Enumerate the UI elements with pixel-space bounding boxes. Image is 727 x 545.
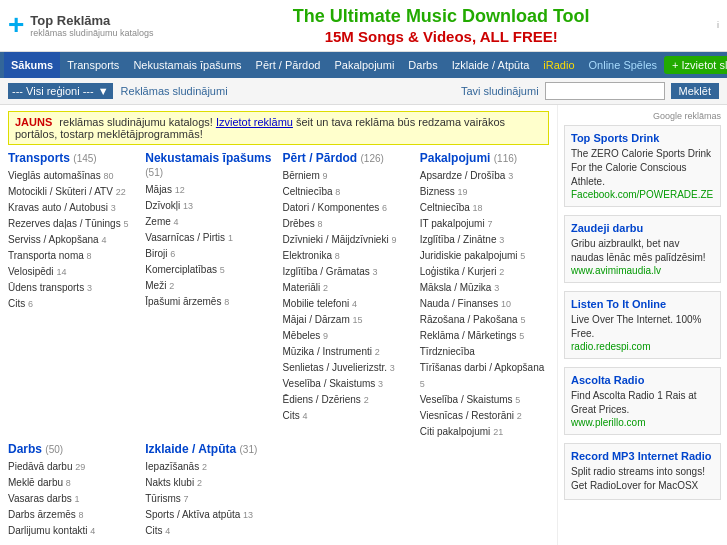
cat-item[interactable]: Viesnīcas / Restorāni 2 xyxy=(420,408,549,424)
cat-item[interactable]: Sports / Aktīva atpūta 13 xyxy=(145,507,274,523)
cat-item[interactable]: Biroji 6 xyxy=(145,246,274,262)
logo-name: Top Reklāma xyxy=(30,13,153,28)
cat-item[interactable]: Mūzika / Instrumenti 2 xyxy=(283,344,412,360)
cat-item[interactable]: Vasaras darbs 1 xyxy=(8,491,137,507)
cat-item[interactable]: Zeme 4 xyxy=(145,214,274,230)
sidebar-ad-link[interactable]: radio.redespi.com xyxy=(571,341,714,352)
cat-title-3[interactable]: Pakalpojumi (116) xyxy=(420,151,549,165)
cat-item[interactable]: Tīrdzniecība xyxy=(420,344,549,360)
cat-item[interactable]: Māksla / Mūzika 3 xyxy=(420,280,549,296)
cat-title-4[interactable]: Darbs (50) xyxy=(8,442,137,456)
cat-item[interactable]: Tūrisms 7 xyxy=(145,491,274,507)
cat-item[interactable]: Izglītība / Zinātne 3 xyxy=(420,232,549,248)
cat-item[interactable]: Izglītība / Grāmatas 3 xyxy=(283,264,412,280)
cat-item[interactable]: Darbs ārzemēs 8 xyxy=(8,507,137,523)
search-input[interactable] xyxy=(545,82,665,100)
cat-col-5: Izklaide / Atpūta (31)Iepazīšanās 2Nakts… xyxy=(145,442,274,539)
cat-item[interactable]: Ūdens transports 3 xyxy=(8,280,137,296)
cat-item[interactable]: Nauda / Finanses 10 xyxy=(420,296,549,312)
cat-item[interactable]: Piedāvā darbu 29 xyxy=(8,459,137,475)
cat-item[interactable]: Veselība / Skaistums 5 xyxy=(420,392,549,408)
cat-item[interactable]: Bizness 19 xyxy=(420,184,549,200)
sidebar-ad-item[interactable]: Zaudeji darbuGribu aizbraulkt, bet nav n… xyxy=(564,215,721,283)
sidebar-ads: Top Sports DrinkThe ZERO Calorie Sports … xyxy=(564,125,721,500)
cat-item[interactable]: Transporta noma 8 xyxy=(8,248,137,264)
cat-item[interactable]: Kravas auto / Autobusi 3 xyxy=(8,200,137,216)
add-listing-button[interactable]: + Izvietot sludinājumu xyxy=(664,56,727,74)
cat-item[interactable]: Citi pakalpojumi 21 xyxy=(420,424,549,440)
cat-item[interactable]: Rāzošana / Pakošana 5 xyxy=(420,312,549,328)
cat-title-5[interactable]: Izklaide / Atpūta (31) xyxy=(145,442,274,456)
cat-item[interactable]: Loģistika / Kurjeri 2 xyxy=(420,264,549,280)
sidebar-ad-title: Record MP3 Internet Radio xyxy=(571,450,714,462)
cat-item[interactable]: Darlijumu kontakti 4 xyxy=(8,523,137,539)
cat-item[interactable]: Senlietas / Juvelierizstr. 3 xyxy=(283,360,412,376)
banner-area[interactable]: The Ultimate Music Download Tool 15M Son… xyxy=(173,6,709,45)
sidebar-ad-item[interactable]: Listen To It OnlineLive Over The Interne… xyxy=(564,291,721,359)
cat-item[interactable]: Meklē darbu 8 xyxy=(8,475,137,491)
cat-item[interactable]: Nakts klubi 2 xyxy=(145,475,274,491)
nav-darbs[interactable]: Darbs xyxy=(401,52,444,78)
nav-izklaide[interactable]: Izklaide / Atpūta xyxy=(445,52,537,78)
sidebar-ad-item[interactable]: Record MP3 Internet RadioSplit radio str… xyxy=(564,443,721,500)
logo-sub: reklāmas sludinājumu katalogs xyxy=(30,28,153,38)
cat-item[interactable]: Drēbes 8 xyxy=(283,216,412,232)
nav-transports[interactable]: Transports xyxy=(60,52,126,78)
cat-item[interactable]: Reklāma / Mārketings 5 xyxy=(420,328,549,344)
banner-title: The Ultimate Music Download Tool xyxy=(173,6,709,28)
cat-item[interactable]: Velosipēdi 14 xyxy=(8,264,137,280)
cat-title-0[interactable]: Transports (145) xyxy=(8,151,137,165)
cat-item[interactable]: Iepazīšanās 2 xyxy=(145,459,274,475)
cat-item[interactable]: Cits 4 xyxy=(283,408,412,424)
cat-item[interactable]: Cits 4 xyxy=(145,523,274,539)
cat-title-1[interactable]: Nekustamais īpašums (51) xyxy=(145,151,274,179)
search-button[interactable]: Meklēt xyxy=(671,83,719,99)
sidebar-ad-link[interactable]: Facebook.com/POWERADE.ZE xyxy=(571,189,714,200)
cat-item[interactable]: Mobilie telefoni 4 xyxy=(283,296,412,312)
cat-item[interactable]: Vasarnīcas / Pirtis 1 xyxy=(145,230,274,246)
cat-item[interactable]: Dzīvokļi 13 xyxy=(145,198,274,214)
content-area: JAUNS reklāmas sludinājumu katalogs! Izv… xyxy=(0,105,557,545)
cat-item[interactable]: Motocikli / Skūteri / ATV 22 xyxy=(8,184,137,200)
sidebar-ad-item[interactable]: Top Sports DrinkThe ZERO Calorie Sports … xyxy=(564,125,721,207)
nav-nekustamais[interactable]: Nekustamais īpašums xyxy=(126,52,248,78)
cat-item[interactable]: Vieglās automašīnas 80 xyxy=(8,168,137,184)
sidebar-ad-title: Ascolta Radio xyxy=(571,374,714,386)
nav-pakalpojumi[interactable]: Pakalpojumi xyxy=(327,52,401,78)
cat-item[interactable]: Datori / Komponentes 6 xyxy=(283,200,412,216)
cat-item[interactable]: Apsardze / Drošība 3 xyxy=(420,168,549,184)
sidebar-ad-link[interactable]: www.avimimaudia.lv xyxy=(571,265,714,276)
cat-item[interactable]: IT pakalpojumi 7 xyxy=(420,216,549,232)
region-select[interactable]: --- Visi reģioni --- ▼ xyxy=(8,83,113,99)
cat-item[interactable]: Meži 2 xyxy=(145,278,274,294)
cat-item[interactable]: Bērniem 9 xyxy=(283,168,412,184)
nav-sakums[interactable]: Sākums xyxy=(4,52,60,78)
cat-item[interactable]: Celtniecība 8 xyxy=(283,184,412,200)
sidebar-ad-text: Live Over The Internet. 100% Free. xyxy=(571,313,714,341)
cat-item[interactable]: Tīrīšanas darbi / Apkopšana 5 xyxy=(420,360,549,392)
cat-item[interactable]: Veselība / Skaistums 3 xyxy=(283,376,412,392)
alert-link[interactable]: Izvietot reklāmu xyxy=(216,116,293,128)
nav-pert-pardod[interactable]: Pērt / Pārdod xyxy=(249,52,328,78)
cat-item[interactable]: Materiāli 2 xyxy=(283,280,412,296)
cat-item[interactable]: Rezerves daļas / Tūnings 5 xyxy=(8,216,137,232)
main-layout: JAUNS reklāmas sludinājumu katalogs! Izv… xyxy=(0,105,727,545)
cat-item[interactable]: Juridiskie pakalpojumi 5 xyxy=(420,248,549,264)
cat-item[interactable]: Īpašumi ārzemēs 8 xyxy=(145,294,274,310)
cat-item[interactable]: Mājas 12 xyxy=(145,182,274,198)
cat-item[interactable]: Ēdiens / Dzēriens 2 xyxy=(283,392,412,408)
cat-item[interactable]: Mēbeles 9 xyxy=(283,328,412,344)
cat-item[interactable]: Komerciplatības 5 xyxy=(145,262,274,278)
cat-item[interactable]: Dzīvnieki / Māijdzīvnieki 9 xyxy=(283,232,412,248)
sidebar-ad-link[interactable]: www.plerillo.com xyxy=(571,417,714,428)
cat-item[interactable]: Celtniecība 18 xyxy=(420,200,549,216)
cat-title-2[interactable]: Pērt / Pārdod (126) xyxy=(283,151,412,165)
sidebar-ad-text: The ZERO Calorie Sports Drink For the Ca… xyxy=(571,147,714,189)
cat-item[interactable]: Elektronika 8 xyxy=(283,248,412,264)
cat-item[interactable]: Cits 6 xyxy=(8,296,137,312)
nav-iradio[interactable]: iRadio xyxy=(536,52,581,78)
cat-item[interactable]: Serviss / Apkopšana 4 xyxy=(8,232,137,248)
sidebar-ad-item[interactable]: Ascolta RadioFind Ascolta Radio 1 Rais a… xyxy=(564,367,721,435)
nav-online[interactable]: Online Spēles xyxy=(582,52,665,78)
cat-item[interactable]: Mājai / Dārzam 15 xyxy=(283,312,412,328)
